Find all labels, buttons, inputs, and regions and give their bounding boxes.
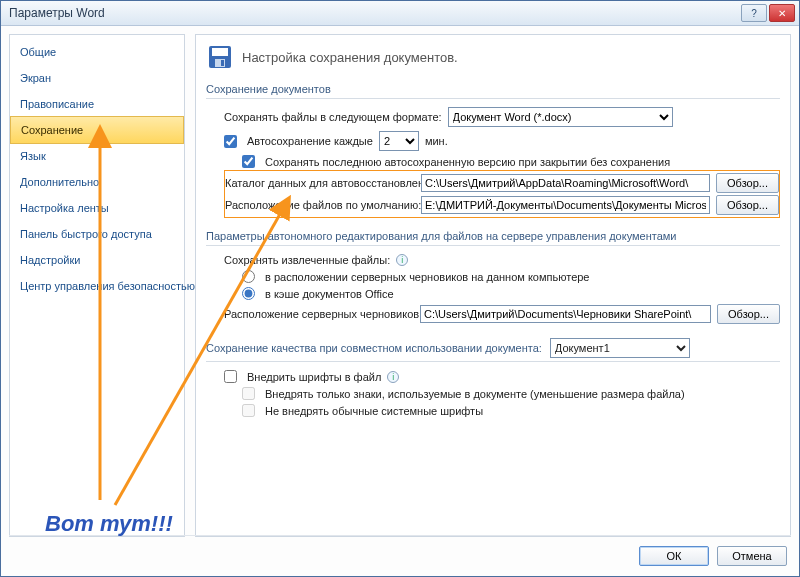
drafts-browse-button[interactable]: Обзор...	[717, 304, 780, 324]
sidebar-item-5[interactable]: Дополнительно	[10, 169, 184, 195]
autosave-unit: мин.	[425, 135, 448, 147]
format-label: Сохранять файлы в следующем формате:	[224, 111, 442, 123]
sidebar-item-1[interactable]: Экран	[10, 65, 184, 91]
info-icon[interactable]: i	[387, 371, 399, 383]
fidelity-doc-select[interactable]: Документ1	[550, 338, 690, 358]
options-content: Настройка сохранения документов. Сохране…	[195, 34, 791, 537]
sidebar-item-0[interactable]: Общие	[10, 39, 184, 65]
sidebar-item-7[interactable]: Панель быстрого доступа	[10, 221, 184, 247]
autorecover-path[interactable]	[421, 174, 710, 192]
keep-last-checkbox[interactable]	[242, 155, 255, 168]
opt-office-cache-radio[interactable]	[242, 287, 255, 300]
help-button[interactable]: ?	[741, 4, 767, 22]
svg-rect-3	[221, 60, 224, 66]
section-fidelity: Сохранение качества при совместном испол…	[206, 342, 542, 354]
embed-fonts-label: Внедрить шрифты в файл	[247, 371, 381, 383]
page-headline: Настройка сохранения документов.	[242, 50, 458, 65]
sidebar: ОбщиеЭкранПравописаниеСохранениеЯзыкДопо…	[9, 34, 185, 537]
embed-fonts-checkbox[interactable]	[224, 370, 237, 383]
section-offline-editing: Параметры автономного редактирования для…	[206, 224, 780, 246]
sidebar-item-3[interactable]: Сохранение	[10, 116, 184, 144]
default-location-label: Расположение файлов по умолчанию:	[225, 199, 415, 211]
info-icon[interactable]: i	[396, 254, 408, 266]
ok-button[interactable]: ОК	[639, 546, 709, 566]
save-checkedout-label: Сохранять извлеченные файлы:	[224, 254, 390, 266]
embed-only-used-label: Внедрять только знаки, используемые в до…	[265, 388, 685, 400]
format-select[interactable]: Документ Word (*.docx)	[448, 107, 673, 127]
keep-last-label: Сохранять последнюю автосохраненную верс…	[265, 156, 670, 168]
sidebar-item-8[interactable]: Надстройки	[10, 247, 184, 273]
cancel-button[interactable]: Отмена	[717, 546, 787, 566]
autosave-label: Автосохранение каждые	[247, 135, 373, 147]
no-system-fonts-checkbox	[242, 404, 255, 417]
embed-only-used-checkbox	[242, 387, 255, 400]
drafts-path[interactable]	[420, 305, 711, 323]
autorecover-browse-button[interactable]: Обзор...	[716, 173, 779, 193]
svg-rect-1	[212, 48, 228, 56]
close-button[interactable]: ✕	[769, 4, 795, 22]
default-location-browse-button[interactable]: Обзор...	[716, 195, 779, 215]
autorecover-label: Каталог данных для автовосстановления:	[225, 177, 415, 189]
autosave-minutes[interactable]: 2	[379, 131, 419, 151]
drafts-location-label: Расположение серверных черновиков:	[224, 308, 414, 320]
opt-office-cache-label: в кэше документов Office	[265, 288, 394, 300]
sidebar-item-9[interactable]: Центр управления безопасностью	[10, 273, 184, 299]
window-title: Параметры Word	[9, 6, 741, 20]
sidebar-item-6[interactable]: Настройка ленты	[10, 195, 184, 221]
save-disk-icon	[206, 43, 234, 71]
opt-server-drafts-radio[interactable]	[242, 270, 255, 283]
opt-server-drafts-label: в расположении серверных черновиков на д…	[265, 271, 589, 283]
default-location-path[interactable]	[421, 196, 710, 214]
autosave-checkbox[interactable]	[224, 135, 237, 148]
sidebar-item-2[interactable]: Правописание	[10, 91, 184, 117]
sidebar-item-4[interactable]: Язык	[10, 143, 184, 169]
section-save-documents: Сохранение документов	[206, 77, 780, 99]
no-system-fonts-label: Не внедрять обычные системные шрифты	[265, 405, 483, 417]
